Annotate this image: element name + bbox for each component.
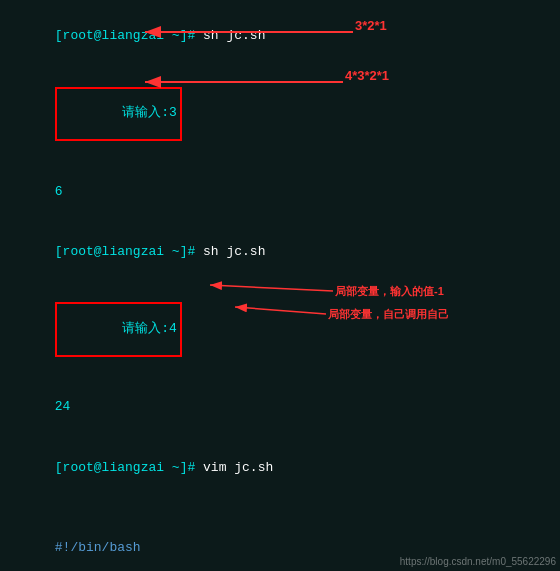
shebang-text: #!/bin/bash [55,540,141,555]
line-1: [root@liangzai ~]# sh jc.sh [8,6,552,66]
watermark: https://blog.csdn.net/m0_55622296 [400,556,556,567]
input-label-2: 请输入:4 [122,321,177,336]
prompt-3: [root@liangzai ~]# [55,460,203,475]
blank-1 [8,498,552,518]
line-5: 请输入:4 [8,282,552,377]
output-2: 24 [55,399,71,414]
prompt-1: [root@liangzai ~]# [55,28,203,43]
line-7: [root@liangzai ~]# vim jc.sh [8,438,552,498]
input-label-1: 请输入:3 [122,105,177,120]
cmd-2: sh jc.sh [203,244,265,259]
line-2: 请输入:3 [8,66,552,161]
cmd-1: sh jc.sh [203,28,265,43]
output-1: 6 [55,184,63,199]
prompt-2: [root@liangzai ~]# [55,244,203,259]
terminal-window: [root@liangzai ~]# sh jc.sh 请输入:3 6 [roo… [0,0,560,571]
cmd-3: vim jc.sh [203,460,273,475]
line-6: 24 [8,377,552,437]
terminal-content: [root@liangzai ~]# sh jc.sh 请输入:3 6 [roo… [8,6,552,571]
line-3: 6 [8,161,552,221]
line-4: [root@liangzai ~]# sh jc.sh [8,222,552,282]
